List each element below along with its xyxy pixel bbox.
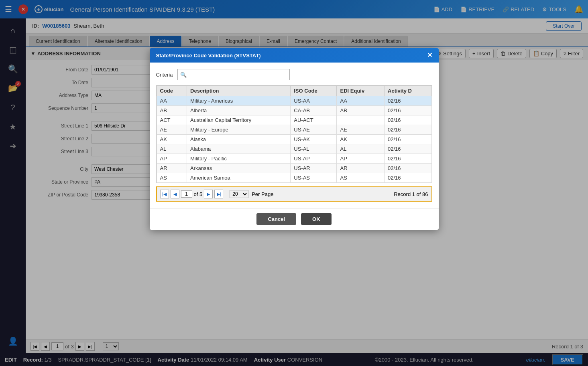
criteria-row: Criteria 🔍 bbox=[156, 69, 432, 80]
table-row[interactable]: APMilitary - PacificUS-APAP02/16 bbox=[157, 154, 431, 164]
modal-prev-button[interactable]: ◀ bbox=[171, 190, 179, 198]
col-iso: ISO Code bbox=[291, 86, 337, 96]
modal-body: Criteria 🔍 Code Description ISO Code EDI… bbox=[150, 63, 439, 208]
search-icon: 🔍 bbox=[180, 72, 187, 78]
modal-header: State/Province Code Validation (STVSTAT)… bbox=[150, 48, 439, 63]
table-row[interactable]: AKAlaskaUS-AKAK02/16 bbox=[157, 135, 431, 144]
modal-last-button[interactable]: ▶| bbox=[214, 190, 223, 198]
table-row[interactable]: AEMilitary - EuropeUS-AEAE02/16 bbox=[157, 125, 431, 135]
col-description: Description bbox=[187, 86, 291, 96]
criteria-label: Criteria bbox=[156, 72, 173, 78]
modal-per-page-label: Per Page bbox=[252, 191, 273, 197]
validation-table: Code Description ISO Code EDI Equiv Acti… bbox=[157, 85, 432, 183]
table-row[interactable]: ABAlbertaCA-ABAB02/16 bbox=[157, 106, 431, 115]
modal-dialog: State/Province Code Validation (STVSTAT)… bbox=[150, 48, 439, 230]
table-row[interactable]: AAMilitary - AmericasUS-AAAA02/16 bbox=[157, 96, 431, 106]
modal-page-input[interactable] bbox=[181, 190, 192, 198]
cancel-button[interactable]: Cancel bbox=[256, 213, 296, 225]
modal-overlay: State/Province Code Validation (STVSTAT)… bbox=[0, 0, 588, 366]
search-box: 🔍 bbox=[177, 69, 290, 80]
modal-footer: Cancel OK bbox=[150, 208, 439, 230]
modal-per-page-select[interactable]: 2050100 bbox=[230, 190, 248, 198]
table-row[interactable]: ALAlabamaUS-ALAL02/16 bbox=[157, 144, 431, 154]
modal-page-total: of 5 bbox=[194, 191, 203, 197]
modal-record-count: Record 1 of 86 bbox=[275, 191, 428, 197]
modal-close-button[interactable]: ✕ bbox=[427, 52, 432, 59]
col-edi: EDI Equiv bbox=[337, 86, 385, 96]
modal-first-button[interactable]: |◀ bbox=[160, 190, 169, 198]
table-row[interactable]: ARArkansasUS-ARAR02/16 bbox=[157, 164, 431, 173]
search-input[interactable] bbox=[188, 72, 287, 78]
ok-button[interactable]: OK bbox=[301, 213, 332, 225]
modal-title: State/Province Code Validation (STVSTAT) bbox=[156, 53, 261, 59]
table-row[interactable]: ASAmerican SamoaUS-ASAS02/16 bbox=[157, 173, 431, 183]
col-code: Code bbox=[157, 86, 187, 96]
modal-pagination: |◀ ◀ of 5 ▶ ▶| 2050100 Per Page Record 1… bbox=[156, 186, 432, 202]
modal-table-container: Code Description ISO Code EDI Equiv Acti… bbox=[156, 85, 432, 183]
modal-next-button[interactable]: ▶ bbox=[204, 190, 213, 198]
table-row[interactable]: ACTAustralian Capital TerritoryAU-ACT02/… bbox=[157, 115, 431, 125]
col-activity: Activity D bbox=[385, 86, 431, 96]
